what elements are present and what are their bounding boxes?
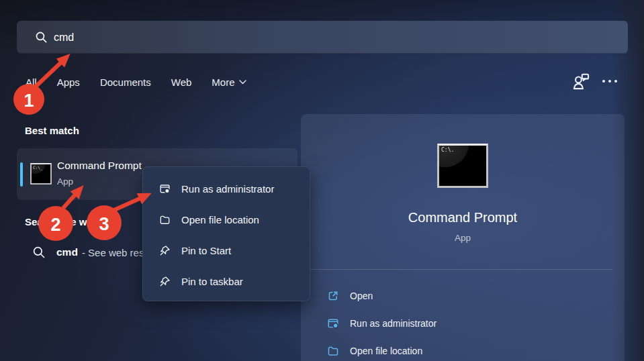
action-open[interactable]: Open xyxy=(301,285,625,307)
tab-documents[interactable]: Documents xyxy=(100,76,151,88)
search-filter-tabs: All Apps Documents Web More xyxy=(26,76,246,88)
annotation-step-3: 3 xyxy=(99,214,109,234)
web-result-suffix: - See web res xyxy=(82,247,144,258)
open-icon xyxy=(327,290,339,302)
menu-item-pin-to-start[interactable]: Pin to Start xyxy=(143,235,310,266)
tab-web[interactable]: Web xyxy=(171,76,192,88)
search-input[interactable]: cmd xyxy=(17,21,628,54)
run-as-admin-icon xyxy=(327,317,339,329)
menu-item-open-file-location[interactable]: Open file location xyxy=(143,204,310,235)
action-open-file-location[interactable]: Open file location xyxy=(301,340,625,361)
windows-search-flyout: cmd All Apps Documents Web More Best mat… xyxy=(0,0,644,361)
command-prompt-icon: C:\_ xyxy=(30,163,52,185)
command-prompt-icon-large: C:\. xyxy=(437,144,488,188)
search-icon xyxy=(32,246,46,259)
search-icon xyxy=(35,31,48,44)
folder-icon xyxy=(159,214,171,225)
result-subtitle: App xyxy=(57,176,73,187)
divider xyxy=(310,269,612,270)
pin-icon xyxy=(159,276,171,287)
result-title: Command Prompt xyxy=(57,160,142,172)
annotation-circle-1 xyxy=(13,84,44,115)
preview-title: Command Prompt xyxy=(301,210,625,225)
menu-item-label: Open file location xyxy=(181,214,259,225)
chevron-down-icon xyxy=(239,80,246,85)
annotation-step-1: 1 xyxy=(24,91,34,111)
menu-item-label: Pin to taskbar xyxy=(181,276,243,287)
menu-item-run-as-administrator[interactable]: Run as administrator xyxy=(143,173,310,204)
menu-item-label: Pin to Start xyxy=(181,245,231,256)
action-label: Run as administrator xyxy=(350,318,436,329)
tab-all[interactable]: All xyxy=(26,76,37,88)
best-match-heading: Best match xyxy=(25,125,79,136)
preview-subtitle: App xyxy=(301,233,625,243)
tab-more[interactable]: More xyxy=(212,76,246,88)
search-query-text: cmd xyxy=(54,32,74,44)
search-web-heading: Search the web xyxy=(25,216,99,227)
folder-icon xyxy=(327,345,339,357)
action-label: Open xyxy=(350,291,373,301)
menu-item-pin-to-taskbar[interactable]: Pin to taskbar xyxy=(143,266,310,297)
tab-apps[interactable]: Apps xyxy=(57,76,80,88)
action-label: Open file location xyxy=(350,346,422,356)
run-as-admin-icon xyxy=(159,183,171,195)
preview-panel: C:\. Command Prompt App Open Run as admi… xyxy=(301,114,625,361)
web-result-query: cmd xyxy=(56,246,78,258)
action-run-as-administrator[interactable]: Run as administrator xyxy=(301,312,625,335)
menu-item-label: Run as administrator xyxy=(181,183,274,195)
more-options-icon[interactable] xyxy=(602,80,617,83)
pin-icon xyxy=(159,245,171,256)
context-menu: Run as administrator Open file location … xyxy=(142,166,310,301)
selection-accent-bar xyxy=(20,162,23,187)
account-feedback-icon[interactable] xyxy=(571,71,591,91)
web-result-row[interactable]: cmd - See web res xyxy=(32,246,144,259)
